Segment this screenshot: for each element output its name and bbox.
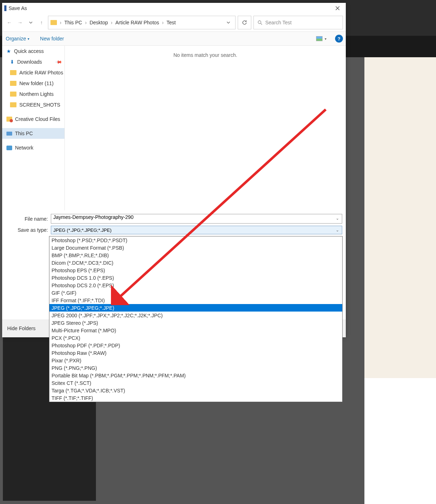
new-folder-button[interactable]: New folder: [40, 36, 64, 41]
dialog-title: Save As: [9, 5, 27, 11]
chevron-right-icon: ›: [161, 20, 165, 25]
star-icon: ★: [6, 48, 11, 54]
folder-icon: [10, 92, 16, 97]
download-icon: ⬇: [10, 59, 14, 65]
file-type-option[interactable]: Multi-Picture Format (*.MPO): [49, 327, 342, 334]
file-name-input[interactable]: Jaymes-Dempsey-Photography-290 ⌄: [51, 214, 342, 224]
close-icon: [335, 6, 340, 10]
search-icon: [257, 20, 262, 25]
network-icon: [6, 146, 12, 150]
file-type-option[interactable]: Photoshop EPS (*.EPS): [49, 266, 342, 274]
file-type-option[interactable]: PCX (*.PCX): [49, 334, 342, 342]
file-type-option[interactable]: TIFF (*.TIF;*.TIFF): [49, 394, 342, 402]
address-bar[interactable]: › This PC › Desktop › Article RAW Photos…: [48, 16, 236, 29]
file-type-option[interactable]: JPEG 2000 (*.JPF;*.JPX;*.JP2;*.J2C;*.J2K…: [49, 312, 342, 319]
sidebar-item-downloads[interactable]: ⬇ Downloads 📌: [2, 57, 64, 67]
file-type-option[interactable]: Photoshop PDF (*.PDF;*.PDP): [49, 342, 342, 349]
file-type-option[interactable]: Targa (*.TGA;*.VDA;*.ICB;*.VST): [49, 387, 342, 394]
file-type-option[interactable]: Photoshop DCS 2.0 (*.EPS): [49, 282, 342, 289]
creative-cloud-icon: [6, 117, 12, 122]
file-type-option[interactable]: Scitex CT (*.SCT): [49, 379, 342, 387]
search-input[interactable]: Search Test: [253, 16, 343, 29]
sidebar-item-network[interactable]: Network: [2, 142, 64, 153]
sidebar-item-northern-lights[interactable]: Northern Lights: [2, 89, 64, 99]
pin-icon: 📌: [55, 58, 63, 66]
titlebar: Save As: [2, 3, 346, 14]
address-dropdown[interactable]: [224, 20, 233, 25]
sidebar-item-article-raw[interactable]: Article RAW Photos: [2, 67, 64, 78]
empty-message: No items match your search.: [173, 52, 237, 58]
chevron-right-icon: ›: [110, 20, 114, 25]
file-type-option[interactable]: JPEG (*.JPG;*.JPEG;*.JPE): [49, 304, 342, 312]
refresh-icon: [242, 20, 247, 25]
chevron-down-icon[interactable]: ⌄: [336, 216, 339, 221]
sidebar: ★ Quick access ⬇ Downloads 📌 Article RAW…: [2, 46, 65, 210]
view-button[interactable]: ▾: [316, 36, 326, 41]
breadcrumb-item[interactable]: Article RAW Photos: [115, 20, 159, 25]
file-type-dropdown[interactable]: Photoshop (*.PSD;*.PDD;*.PSDT)Large Docu…: [49, 236, 343, 402]
file-type-option[interactable]: JPEG Stereo (*.JPS): [49, 319, 342, 327]
folder-icon: [50, 20, 57, 25]
breadcrumb-item[interactable]: Desktop: [89, 20, 108, 25]
file-type-option[interactable]: Portable Bit Map (*.PBM;*.PGM;*.PPM;*.PN…: [49, 372, 342, 379]
navigation-row: ← → ↑ › This PC › Desktop › Article RAW …: [2, 14, 346, 31]
file-type-option[interactable]: BMP (*.BMP;*.RLE;*.DIB): [49, 251, 342, 259]
search-placeholder: Search Test: [265, 20, 292, 25]
file-list-area: No items match your search.: [65, 46, 346, 210]
chevron-right-icon: ›: [58, 20, 63, 25]
breadcrumb-item[interactable]: This PC: [64, 20, 82, 25]
sidebar-item-new-folder-11[interactable]: New folder (11): [2, 78, 64, 89]
back-button[interactable]: ←: [5, 18, 14, 27]
file-name-label: File name:: [5, 216, 51, 222]
file-type-option[interactable]: GIF (*.GIF): [49, 289, 342, 297]
recent-dropdown[interactable]: [26, 18, 35, 27]
folder-icon: [10, 70, 16, 75]
forward-button[interactable]: →: [16, 18, 24, 27]
background-panel: [364, 0, 436, 504]
file-type-option[interactable]: Photoshop Raw (*.RAW): [49, 349, 342, 357]
chevron-right-icon: ›: [83, 20, 88, 25]
sidebar-item-screenshots[interactable]: SCREEN_SHOTS: [2, 99, 64, 110]
folder-icon: [10, 81, 16, 86]
refresh-button[interactable]: [238, 16, 251, 29]
app-icon: [4, 5, 6, 11]
organize-button[interactable]: Organize ▾: [5, 34, 30, 43]
save-type-select[interactable]: JPEG (*.JPG;*.JPEG;*.JPE) ⌄: [51, 226, 342, 234]
file-type-option[interactable]: Photoshop (*.PSD;*.PDD;*.PSDT): [49, 236, 342, 244]
sidebar-item-this-pc[interactable]: This PC: [2, 128, 64, 139]
file-type-option[interactable]: IFF Format (*.IFF;*.TDI): [49, 297, 342, 304]
body: ★ Quick access ⬇ Downloads 📌 Article RAW…: [2, 46, 346, 210]
view-icon: [316, 36, 323, 41]
sidebar-item-quick-access[interactable]: ★ Quick access: [2, 46, 64, 57]
save-type-label: Save as type:: [5, 227, 51, 233]
hide-folders-button[interactable]: Hide Folders: [7, 326, 35, 331]
file-type-option[interactable]: Large Document Format (*.PSB): [49, 244, 342, 251]
help-button[interactable]: ?: [335, 35, 343, 43]
folder-icon: [10, 102, 16, 107]
svg-point-0: [258, 21, 261, 24]
up-button[interactable]: ↑: [37, 18, 46, 27]
toolbar: Organize ▾ New folder ▾ ?: [2, 31, 346, 46]
file-type-option[interactable]: Photoshop DCS 1.0 (*.EPS): [49, 274, 342, 282]
monitor-icon: [6, 132, 12, 136]
file-type-option[interactable]: Pixar (*.PXR): [49, 357, 342, 364]
breadcrumb-item[interactable]: Test: [166, 20, 176, 25]
chevron-down-icon: ⌄: [336, 228, 339, 233]
sidebar-item-creative-cloud[interactable]: Creative Cloud Files: [2, 114, 64, 124]
file-type-option[interactable]: PNG (*.PNG;*.PNG): [49, 364, 342, 372]
close-button[interactable]: [329, 3, 346, 13]
file-type-option[interactable]: Dicom (*.DCM;*.DC3;*.DIC): [49, 259, 342, 266]
